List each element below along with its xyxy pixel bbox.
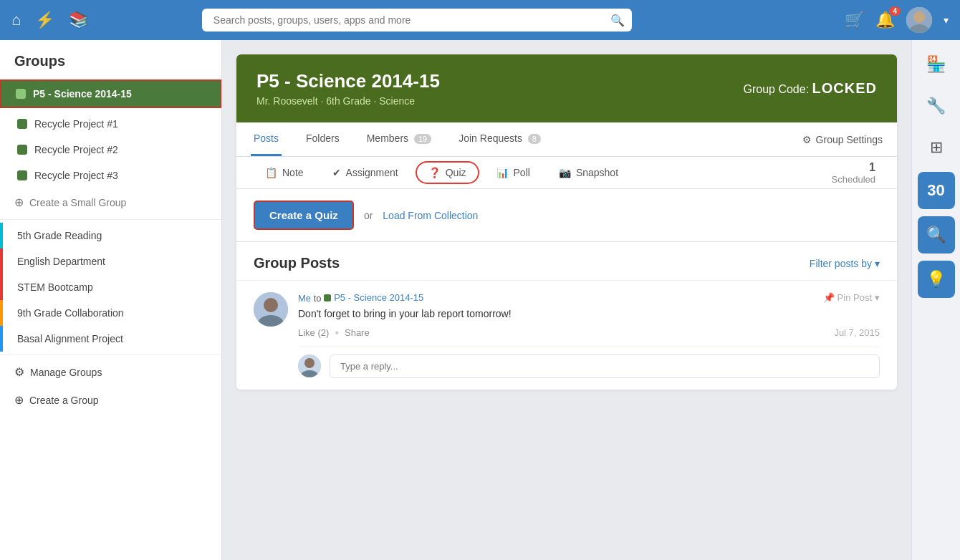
sidebar-item-label: P5 - Science 2014-15 — [33, 88, 132, 100]
or-text: or — [364, 210, 373, 221]
tab-members[interactable]: Members 19 — [364, 122, 435, 156]
scheduled-count-area: 1 Scheduled — [832, 161, 883, 185]
main-layout: Groups P5 - Science 2014-15 Recycle Proj… — [0, 40, 960, 560]
right-sidebar-store-icon[interactable]: 🏪 — [919, 47, 954, 82]
group-settings-label: Group Settings — [816, 134, 883, 145]
assignment-type-btn[interactable]: ✔ Assignment — [318, 157, 413, 188]
gear-icon: ⚙ — [14, 365, 24, 379]
group-code-label: Group Code: — [743, 83, 809, 95]
post-author-link[interactable]: Me — [298, 293, 311, 304]
top-navigation: ⌂ ⚡ 📚 🔍 🛒 🔔 4 ▾ — [0, 0, 960, 40]
tab-join-requests[interactable]: Join Requests 8 — [456, 122, 544, 156]
reply-input[interactable] — [330, 354, 880, 378]
group-subtitle: Mr. Roosevelt · 6th Grade · Science — [256, 95, 440, 107]
sidebar-item-9th-grade[interactable]: 9th Grade Collaboration — [0, 300, 221, 326]
group-header-left: P5 - Science 2014-15 Mr. Roosevelt · 6th… — [256, 70, 440, 107]
snapshot-icon: 📷 — [559, 167, 571, 178]
post-group-link[interactable]: P5 - Science 2014-15 — [324, 292, 423, 303]
main-content: P5 - Science 2014-15 Mr. Roosevelt · 6th… — [222, 40, 911, 560]
sidebar: Groups P5 - Science 2014-15 Recycle Proj… — [0, 40, 222, 560]
apps-icon[interactable]: 🛒 — [845, 11, 864, 29]
sidebar-item-english-dept[interactable]: English Department — [0, 248, 221, 274]
scheduled-label: Scheduled — [832, 174, 875, 185]
right-sidebar-calendar-icon[interactable]: 30 — [918, 172, 955, 209]
filter-chevron-icon: ▾ — [875, 258, 880, 269]
tabs-bar: Posts Folders Members 19 Join Requests 8… — [236, 122, 897, 157]
snapshot-type-btn[interactable]: 📷 Snapshot — [544, 157, 633, 188]
members-badge: 19 — [414, 134, 431, 144]
user-menu-chevron[interactable]: ▾ — [944, 14, 949, 26]
search-input[interactable] — [202, 9, 632, 32]
manage-groups-label: Manage Groups — [30, 367, 102, 378]
sidebar-item-label: 9th Grade Collaboration — [17, 307, 124, 319]
post-content-text: Don't forget to bring in your lab report… — [298, 308, 880, 319]
assignment-icon: ✔ — [332, 167, 341, 178]
quiz-icon: ❓ — [428, 167, 441, 178]
manage-groups-btn[interactable]: ⚙ Manage Groups — [0, 358, 221, 386]
sidebar-divider — [0, 219, 221, 220]
right-sidebar-wrench-icon[interactable]: 🔧 — [919, 89, 954, 123]
filter-posts-btn[interactable]: Filter posts by ▾ — [810, 258, 880, 269]
post-body: Me to P5 - Science 2014-15 📌 Pin Post — [298, 292, 880, 378]
right-sidebar-lightbulb-icon[interactable]: 💡 — [918, 261, 955, 298]
reply-avatar — [298, 354, 321, 377]
group-dot — [324, 294, 331, 301]
right-sidebar-search-quiz-icon[interactable]: 🔍 — [918, 216, 955, 254]
sidebar-item-p5-science[interactable]: P5 - Science 2014-15 — [0, 79, 221, 108]
post-author-avatar — [254, 292, 288, 327]
user-avatar[interactable] — [906, 7, 932, 33]
right-sidebar-grid-icon[interactable]: ⊞ — [919, 130, 954, 165]
settings-gear-icon: ⚙ — [802, 134, 812, 145]
activity-icon[interactable]: ⚡ — [35, 11, 54, 29]
tab-folders[interactable]: Folders — [303, 122, 342, 156]
notifications-icon[interactable]: 🔔 4 — [875, 11, 895, 29]
post-item: Me to P5 - Science 2014-15 📌 Pin Post — [236, 280, 897, 390]
reply-row — [298, 347, 880, 378]
quiz-type-btn[interactable]: ❓ Quiz — [416, 161, 479, 184]
notification-badge: 4 — [889, 6, 901, 16]
sidebar-item-label: Recycle Project #2 — [34, 144, 118, 155]
group-color-dot — [17, 170, 27, 180]
scheduled-number: 1 — [832, 161, 875, 174]
sidebar-item-stem-bootcamp[interactable]: STEM Bootcamp — [0, 274, 221, 300]
sidebar-item-label: English Department — [17, 256, 105, 267]
load-from-collection-link[interactable]: Load From Collection — [383, 210, 478, 221]
sidebar-item-recycle2[interactable]: Recycle Project #2 — [0, 137, 221, 163]
svg-point-1 — [913, 11, 925, 23]
sidebar-item-label: Recycle Project #1 — [34, 118, 118, 130]
poll-icon: 📊 — [496, 167, 509, 178]
group-header: P5 - Science 2014-15 Mr. Roosevelt · 6th… — [236, 54, 897, 122]
plus-circle-icon: ⊕ — [14, 195, 24, 209]
create-small-group-btn[interactable]: ⊕ Create a Small Group — [0, 188, 221, 216]
post-meta: Me to P5 - Science 2014-15 📌 Pin Post — [298, 292, 880, 304]
library-icon[interactable]: 📚 — [69, 11, 88, 29]
tab-group-settings[interactable]: ⚙ Group Settings — [802, 134, 883, 145]
note-type-btn[interactable]: 📋 Note — [251, 157, 318, 188]
group-card: P5 - Science 2014-15 Mr. Roosevelt · 6th… — [236, 54, 897, 390]
search-bar: 🔍 — [202, 9, 632, 32]
pin-chevron-icon: ▾ — [875, 292, 880, 303]
sidebar-item-basal-alignment[interactable]: Basal Alignment Project — [0, 326, 221, 352]
home-icon[interactable]: ⌂ — [11, 11, 21, 29]
tab-posts[interactable]: Posts — [251, 122, 282, 156]
post-actions: Like (2) • Share Jul 7, 2015 — [298, 327, 880, 339]
create-group-btn[interactable]: ⊕ Create a Group — [0, 386, 221, 414]
share-btn[interactable]: Share — [345, 327, 370, 338]
note-icon: 📋 — [265, 167, 277, 178]
nav-left-icons: ⌂ ⚡ 📚 — [11, 11, 88, 29]
sidebar-item-label: Recycle Project #3 — [34, 170, 118, 181]
like-btn[interactable]: Like (2) — [298, 327, 329, 338]
sidebar-item-recycle3[interactable]: Recycle Project #3 — [0, 163, 221, 188]
sidebar-item-label: Basal Alignment Project — [17, 333, 123, 344]
sidebar-divider-2 — [0, 354, 221, 355]
create-small-group-label: Create a Small Group — [29, 197, 126, 208]
search-icon: 🔍 — [610, 14, 625, 27]
group-posts-title: Group Posts — [254, 255, 340, 271]
svg-point-4 — [264, 298, 278, 312]
sidebar-item-recycle1[interactable]: Recycle Project #1 — [0, 111, 221, 137]
create-quiz-button[interactable]: Create a Quiz — [254, 201, 354, 230]
pin-post-btn[interactable]: 📌 Pin Post ▾ — [823, 292, 880, 303]
sidebar-item-5th-grade[interactable]: 5th Grade Reading — [0, 223, 221, 248]
poll-type-btn[interactable]: 📊 Poll — [482, 157, 544, 188]
sidebar-item-label: 5th Grade Reading — [17, 230, 102, 241]
